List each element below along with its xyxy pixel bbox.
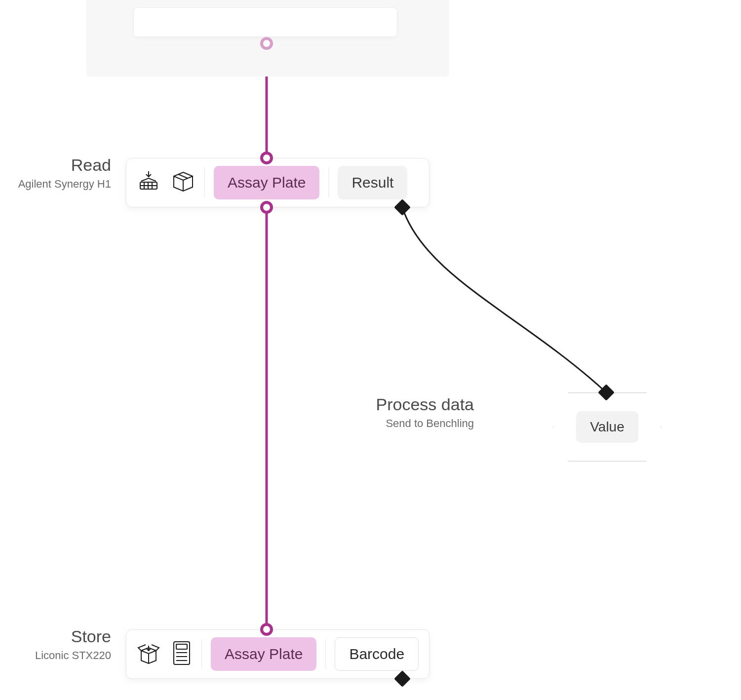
read-label: Read Agilent Synergy H1 (0, 156, 111, 191)
port-circle[interactable] (260, 201, 273, 214)
divider (325, 639, 326, 669)
svg-rect-8 (176, 644, 187, 649)
read-title: Read (0, 156, 111, 175)
read-subtitle: Agilent Synergy H1 (0, 178, 111, 191)
read-node[interactable]: Assay Plate Result (126, 158, 429, 207)
process-subtitle: Send to Benchling (358, 417, 474, 430)
store-title: Store (0, 627, 111, 646)
port-circle[interactable] (260, 623, 273, 636)
port-circle[interactable] (260, 37, 273, 50)
port-circle[interactable] (260, 152, 273, 164)
read-chip-primary[interactable]: Assay Plate (214, 166, 319, 199)
store-chip-primary[interactable]: Assay Plate (211, 637, 316, 671)
workflow-canvas[interactable]: Read Agilent Synergy H1 (0, 0, 741, 700)
process-label: Process data Send to Benchling (358, 395, 474, 430)
storage-unit-icon (171, 640, 193, 668)
package-icon (171, 169, 195, 196)
read-chip-secondary[interactable]: Result (338, 166, 407, 199)
reader-icon (136, 169, 161, 196)
divider (201, 639, 202, 669)
store-label: Store Liconic STX220 (0, 627, 111, 662)
process-node[interactable]: Value (553, 392, 662, 462)
connectors-layer (0, 0, 741, 700)
store-icons (136, 640, 193, 668)
open-box-icon (136, 641, 161, 667)
read-icons (136, 169, 195, 196)
store-subtitle: Liconic STX220 (0, 649, 111, 662)
process-chip[interactable]: Value (576, 411, 638, 443)
process-title: Process data (358, 395, 474, 414)
divider (204, 168, 205, 197)
store-node[interactable]: Assay Plate Barcode (126, 629, 429, 679)
store-chip-secondary[interactable]: Barcode (335, 637, 419, 671)
divider (328, 168, 329, 197)
previous-step-card (133, 7, 397, 37)
